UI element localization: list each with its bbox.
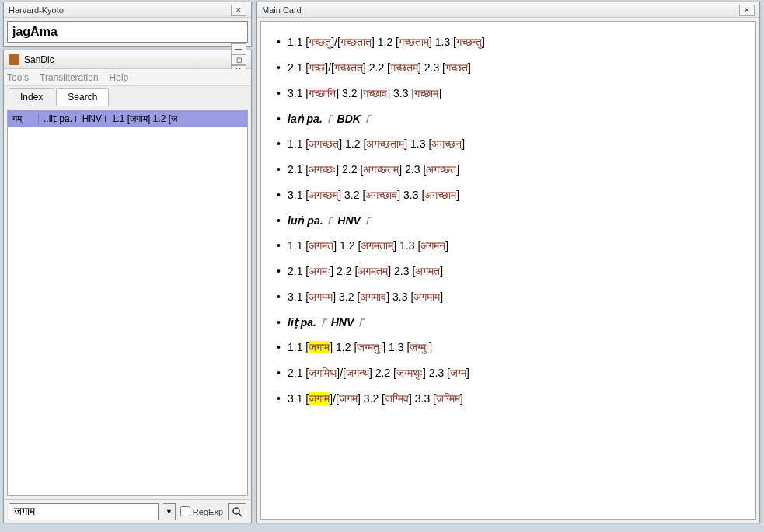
sanskrit-form: अगच्छम् [309, 189, 338, 201]
menu-help[interactable]: Help [110, 72, 129, 83]
form-text: ] 3.3 [ [409, 392, 436, 405]
sanskrit-form: जग्मुः [410, 341, 429, 353]
bottom-bar: ▼ RegExp [4, 499, 251, 523]
sandic-pane: SanDic — ◻ ✕ Tools Transliteration Help … [3, 50, 252, 523]
menu-transliteration[interactable]: Transliteration [40, 72, 99, 83]
sanskrit-form: अगमाम [413, 290, 440, 303]
sanskrit-form: अगच्छाव [365, 189, 397, 201]
sanskrit-form: अगमतम् [358, 265, 388, 277]
form-text: ]/[ [337, 367, 346, 379]
sanskrit-form: जग्मतुः [357, 341, 382, 353]
form-text: ] [438, 87, 441, 99]
bullet-icon: • [277, 341, 288, 353]
form-text: ] 3.3 [ [386, 290, 413, 303]
svg-point-0 [233, 508, 239, 514]
form-text: ] 1.2 [ [339, 137, 366, 150]
sandic-title: SanDic [24, 54, 226, 65]
bullet-icon: • [277, 137, 288, 150]
dropdown-button[interactable]: ▼ [163, 503, 176, 520]
form-text: ] [440, 265, 443, 277]
maincard-title: Main Card [262, 5, 302, 15]
regexp-checkbox[interactable]: RegExp [180, 506, 223, 516]
sandic-min-button[interactable]: — [231, 43, 246, 54]
results-list[interactable]: गम् ..liṭ pa. ꜒ HNV ꜒ 1.1 [जगाम] 1.2 [ज [7, 110, 248, 496]
form-text: 3.1 [ [288, 290, 309, 303]
entry-line: •1.1 [अगच्छत्] 1.2 [अगच्छताम्] 1.3 [अगच्… [277, 131, 740, 157]
menu-tools[interactable]: Tools [7, 72, 29, 83]
form-text: ] 2.2 [ [369, 367, 396, 379]
main-card-pane: Main Card ✕ •1.1 [गच्छतु]/[गच्छतात्] 1.2… [256, 2, 760, 523]
card-content[interactable]: •1.1 [गच्छतु]/[गच्छतात्] 1.2 [गच्छताम्] … [260, 21, 756, 520]
entry-line: •1.1 [जगाम] 1.2 [जग्मतुः] 1.3 [जग्मुः] [277, 335, 740, 360]
form-text: ] 2.2 [ [330, 265, 358, 277]
search-input[interactable] [9, 503, 159, 520]
bullet-icon: • [277, 290, 288, 303]
bullet-icon: • [277, 214, 288, 227]
form-text: ] [468, 61, 471, 74]
form-text: ] 2.3 [ [423, 367, 450, 379]
form-text: 2.1 [ [288, 367, 309, 379]
maincard-close-button[interactable]: ✕ [739, 5, 755, 16]
form-text: ] [482, 36, 485, 48]
form-text: 3.1 [ [288, 392, 309, 405]
form-text: ] [440, 290, 443, 303]
sanskrit-form: अगच्छाम [424, 189, 456, 201]
entry-line: •luṅ pa. ꜒ HNV ꜒ [277, 208, 740, 233]
form-text: 3.1 [ [288, 189, 309, 201]
form-text: ] 3.2 [ [333, 290, 360, 303]
sanskrit-form: अगमत [415, 265, 440, 277]
bullet-icon: • [277, 113, 288, 125]
bullet-icon: • [277, 87, 288, 99]
maincard-titlebar: Main Card ✕ [257, 2, 759, 18]
sanskrit-form-highlighted: जगाम [309, 341, 330, 353]
sanskrit-form: गच्छ [309, 61, 325, 74]
form-text: ] 1.2 [ [330, 341, 357, 353]
regexp-check-input[interactable] [180, 506, 190, 516]
form-text: ] 2.2 [ [363, 61, 390, 74]
tab-search[interactable]: Search [56, 88, 109, 106]
hk-input[interactable] [7, 21, 248, 43]
bullet-icon: • [277, 367, 288, 379]
svg-line-1 [239, 513, 242, 516]
form-text: ] 2.3 [ [399, 163, 426, 176]
hk-close-button[interactable]: ✕ [231, 5, 246, 16]
form-text: ] [460, 392, 463, 405]
entry-line: •3.1 [अगमम्] 3.2 [अगमाव] 3.3 [अगमाम] [277, 284, 740, 310]
entry-line: •3.1 [गच्छानि] 3.2 [गच्छाव] 3.3 [गच्छाम] [277, 81, 740, 106]
entry-line: •2.1 [अगच्छः] 2.2 [अगच्छतम्] 2.3 [अगच्छत… [277, 157, 740, 183]
result-row[interactable]: गम् ..liṭ pa. ꜒ HNV ꜒ 1.1 [जगाम] 1.2 [ज [8, 110, 247, 127]
bullet-icon: • [277, 189, 288, 201]
form-text: ] 1.3 [ [404, 137, 431, 150]
search-button[interactable] [228, 503, 246, 520]
result-root: गम् [8, 113, 39, 124]
form-text: ] [456, 163, 459, 176]
entry-line: •3.1 [जगाम]/[जगम] 3.2 [जग्मिव] 3.3 [जग्म… [277, 386, 740, 412]
form-text: ] 3.3 [ [387, 87, 414, 99]
bullet-icon: • [277, 163, 288, 176]
entry-line: •2.1 [अगमः] 2.2 [अगमतम्] 2.3 [अगमत] [277, 259, 740, 284]
sanskrit-form: गच्छतात् [340, 36, 372, 48]
sanskrit-form: अगमाव [360, 290, 386, 303]
hk-title: Harvard-Kyoto [9, 5, 64, 15]
sanskrit-form: अगच्छन् [431, 137, 462, 150]
form-text: ] 1.3 [ [429, 36, 456, 48]
tab-index[interactable]: Index [9, 88, 54, 106]
form-text: 1.1 [ [288, 239, 309, 252]
entry-line: •laṅ pa. ꜒ BDK ꜒ [277, 106, 740, 131]
sandic-titlebar: SanDic — ◻ ✕ [4, 50, 251, 69]
form-text: ] 1.3 [ [382, 341, 410, 353]
sanskrit-form-highlighted: जगाम [309, 392, 330, 405]
form-text: 1.1 [ [288, 137, 309, 150]
entry-line: •2.1 [जगमिथ]/[जगन्थ] 2.2 [जग्मथुः] 2.3 [… [277, 360, 740, 386]
bullet-icon: • [277, 61, 288, 74]
bullet-icon: • [277, 36, 288, 48]
sandic-max-button[interactable]: ◻ [231, 54, 246, 65]
form-text: ] [456, 189, 459, 201]
sanskrit-form: जग्मथुः [396, 367, 423, 379]
form-text: 1.1 [ [288, 36, 309, 48]
form-text: ] [466, 367, 469, 379]
book-icon [9, 54, 19, 65]
result-detail: ..liṭ pa. ꜒ HNV ꜒ 1.1 [जगाम] 1.2 [ज [39, 113, 247, 124]
sanskrit-form: जग्मिम [436, 392, 460, 405]
tense-header: luṅ pa. ꜒ HNV ꜒ [288, 214, 372, 227]
